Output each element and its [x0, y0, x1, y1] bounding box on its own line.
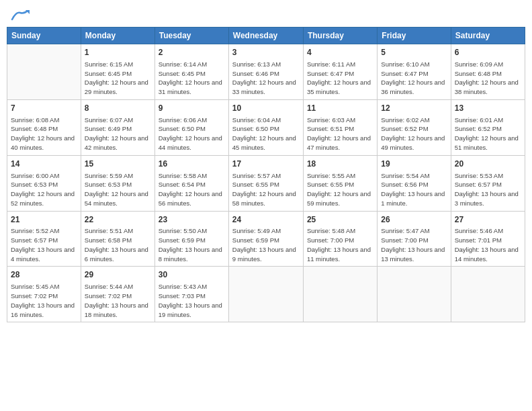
page-header — [7, 7, 525, 21]
cell-info: Sunrise: 6:02 AMSunset: 6:52 PMDaylight:… — [381, 116, 447, 152]
cell-info: Sunrise: 5:52 AMSunset: 6:57 PMDaylight:… — [11, 226, 77, 263]
day-number: 9 — [159, 103, 225, 114]
col-header-wednesday: Wednesday — [228, 28, 303, 44]
calendar-cell: 15Sunrise: 5:59 AMSunset: 6:53 PMDayligh… — [81, 155, 154, 211]
cell-info: Sunrise: 6:04 AMSunset: 6:50 PMDaylight:… — [232, 116, 300, 152]
calendar-cell: 24Sunrise: 5:49 AMSunset: 6:59 PMDayligh… — [228, 211, 303, 267]
calendar-cell: 17Sunrise: 5:57 AMSunset: 6:55 PMDayligh… — [228, 155, 303, 211]
cell-info: Sunrise: 5:45 AMSunset: 7:02 PMDaylight:… — [11, 282, 77, 319]
calendar-cell: 5Sunrise: 6:10 AMSunset: 6:47 PMDaylight… — [378, 44, 451, 100]
cell-info: Sunrise: 6:06 AMSunset: 6:50 PMDaylight:… — [159, 116, 225, 152]
calendar-cell: 19Sunrise: 5:54 AMSunset: 6:56 PMDayligh… — [378, 155, 451, 211]
calendar-cell: 12Sunrise: 6:02 AMSunset: 6:52 PMDayligh… — [378, 99, 451, 155]
week-row-5: 28Sunrise: 5:45 AMSunset: 7:02 PMDayligh… — [7, 267, 525, 322]
cell-info: Sunrise: 6:13 AMSunset: 6:46 PMDaylight:… — [232, 60, 300, 97]
calendar-cell: 13Sunrise: 6:01 AMSunset: 6:52 PMDayligh… — [451, 99, 525, 155]
day-number: 15 — [85, 158, 151, 170]
day-number: 20 — [455, 158, 521, 170]
calendar-cell: 26Sunrise: 5:47 AMSunset: 7:00 PMDayligh… — [378, 211, 451, 267]
day-number: 8 — [85, 103, 151, 114]
calendar-cell: 3Sunrise: 6:13 AMSunset: 6:46 PMDaylight… — [228, 44, 303, 100]
day-number: 2 — [159, 47, 225, 58]
cell-info: Sunrise: 5:59 AMSunset: 6:53 PMDaylight:… — [85, 171, 151, 208]
col-header-tuesday: Tuesday — [154, 28, 228, 44]
day-number: 16 — [159, 158, 225, 170]
col-header-sunday: Sunday — [7, 28, 81, 44]
calendar-cell: 23Sunrise: 5:50 AMSunset: 6:59 PMDayligh… — [154, 211, 228, 267]
day-number: 14 — [11, 158, 77, 170]
day-number: 26 — [381, 214, 447, 226]
cell-info: Sunrise: 6:09 AMSunset: 6:48 PMDaylight:… — [455, 60, 521, 97]
calendar-table: SundayMondayTuesdayWednesdayThursdayFrid… — [7, 27, 525, 322]
calendar-cell: 16Sunrise: 5:58 AMSunset: 6:54 PMDayligh… — [154, 155, 228, 211]
calendar-cell: 22Sunrise: 5:51 AMSunset: 6:58 PMDayligh… — [81, 211, 154, 267]
day-number: 13 — [455, 103, 521, 114]
cell-info: Sunrise: 5:43 AMSunset: 7:03 PMDaylight:… — [159, 282, 225, 319]
cell-info: Sunrise: 6:10 AMSunset: 6:47 PMDaylight:… — [381, 60, 447, 97]
logo — [9, 7, 30, 21]
day-number: 30 — [159, 269, 225, 281]
calendar-cell: 9Sunrise: 6:06 AMSunset: 6:50 PMDaylight… — [154, 99, 228, 155]
logo-text — [9, 7, 30, 21]
col-header-thursday: Thursday — [303, 28, 377, 44]
cell-info: Sunrise: 6:11 AMSunset: 6:47 PMDaylight:… — [307, 60, 373, 97]
calendar-header-row: SundayMondayTuesdayWednesdayThursdayFrid… — [7, 28, 525, 44]
day-number: 28 — [11, 269, 77, 281]
cell-info: Sunrise: 5:58 AMSunset: 6:54 PMDaylight:… — [159, 171, 225, 208]
cell-info: Sunrise: 5:54 AMSunset: 6:56 PMDaylight:… — [381, 171, 447, 208]
day-number: 29 — [85, 269, 151, 281]
cell-info: Sunrise: 5:46 AMSunset: 7:01 PMDaylight:… — [455, 226, 521, 263]
day-number: 12 — [381, 103, 447, 114]
day-number: 24 — [232, 214, 300, 226]
day-number: 25 — [307, 214, 373, 226]
calendar-cell: 20Sunrise: 5:53 AMSunset: 6:57 PMDayligh… — [451, 155, 525, 211]
calendar-cell: 10Sunrise: 6:04 AMSunset: 6:50 PMDayligh… — [228, 99, 303, 155]
cell-info: Sunrise: 5:55 AMSunset: 6:55 PMDaylight:… — [307, 171, 373, 208]
calendar-cell — [228, 267, 303, 322]
day-number: 4 — [307, 47, 373, 58]
day-number: 22 — [85, 214, 151, 226]
cell-info: Sunrise: 5:44 AMSunset: 7:02 PMDaylight:… — [85, 282, 151, 319]
col-header-monday: Monday — [81, 28, 154, 44]
col-header-friday: Friday — [378, 28, 451, 44]
calendar-cell: 14Sunrise: 6:00 AMSunset: 6:53 PMDayligh… — [7, 155, 81, 211]
day-number: 7 — [11, 103, 77, 114]
cell-info: Sunrise: 6:08 AMSunset: 6:48 PMDaylight:… — [11, 116, 77, 152]
logo-icon — [11, 10, 30, 21]
day-number: 5 — [381, 47, 447, 58]
day-number: 19 — [381, 158, 447, 170]
calendar-cell — [7, 44, 81, 100]
day-number: 1 — [85, 47, 151, 58]
day-number: 6 — [455, 47, 521, 58]
calendar-cell — [303, 267, 377, 322]
cell-info: Sunrise: 5:53 AMSunset: 6:57 PMDaylight:… — [455, 171, 521, 208]
cell-info: Sunrise: 5:47 AMSunset: 7:00 PMDaylight:… — [381, 226, 447, 263]
week-row-2: 7Sunrise: 6:08 AMSunset: 6:48 PMDaylight… — [7, 99, 525, 155]
calendar-cell: 7Sunrise: 6:08 AMSunset: 6:48 PMDaylight… — [7, 99, 81, 155]
calendar-cell: 6Sunrise: 6:09 AMSunset: 6:48 PMDaylight… — [451, 44, 525, 100]
cell-info: Sunrise: 5:57 AMSunset: 6:55 PMDaylight:… — [232, 171, 300, 208]
col-header-saturday: Saturday — [451, 28, 525, 44]
day-number: 18 — [307, 158, 373, 170]
calendar-cell: 30Sunrise: 5:43 AMSunset: 7:03 PMDayligh… — [154, 267, 228, 322]
calendar-cell — [378, 267, 451, 322]
day-number: 3 — [232, 47, 300, 58]
calendar-cell: 8Sunrise: 6:07 AMSunset: 6:49 PMDaylight… — [81, 99, 154, 155]
cell-info: Sunrise: 6:01 AMSunset: 6:52 PMDaylight:… — [455, 116, 521, 152]
calendar-cell: 1Sunrise: 6:15 AMSunset: 6:45 PMDaylight… — [81, 44, 154, 100]
day-number: 27 — [455, 214, 521, 226]
day-number: 10 — [232, 103, 300, 114]
calendar-cell: 29Sunrise: 5:44 AMSunset: 7:02 PMDayligh… — [81, 267, 154, 322]
day-number: 11 — [307, 103, 373, 114]
calendar-cell — [451, 267, 525, 322]
cell-info: Sunrise: 6:03 AMSunset: 6:51 PMDaylight:… — [307, 116, 373, 152]
week-row-4: 21Sunrise: 5:52 AMSunset: 6:57 PMDayligh… — [7, 211, 525, 267]
week-row-1: 1Sunrise: 6:15 AMSunset: 6:45 PMDaylight… — [7, 44, 525, 100]
cell-info: Sunrise: 5:50 AMSunset: 6:59 PMDaylight:… — [159, 226, 225, 263]
cell-info: Sunrise: 5:51 AMSunset: 6:58 PMDaylight:… — [85, 226, 151, 263]
calendar-cell: 21Sunrise: 5:52 AMSunset: 6:57 PMDayligh… — [7, 211, 81, 267]
calendar-cell: 27Sunrise: 5:46 AMSunset: 7:01 PMDayligh… — [451, 211, 525, 267]
cell-info: Sunrise: 5:49 AMSunset: 6:59 PMDaylight:… — [232, 226, 300, 263]
cell-info: Sunrise: 5:48 AMSunset: 7:00 PMDaylight:… — [307, 226, 373, 263]
cell-info: Sunrise: 6:14 AMSunset: 6:45 PMDaylight:… — [159, 60, 225, 97]
